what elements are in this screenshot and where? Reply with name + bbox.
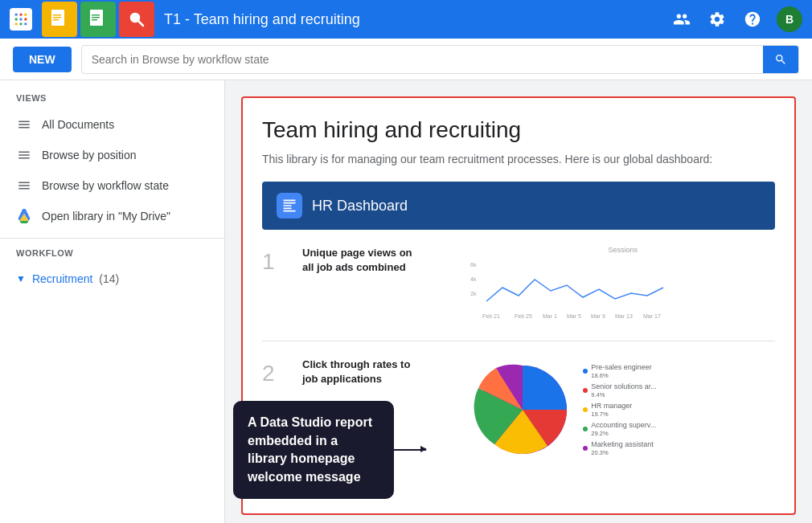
list-icon-2 [16, 148, 32, 162]
svg-text:Mar 13: Mar 13 [615, 313, 633, 319]
svg-point-0 [15, 14, 18, 16]
doc-icon-1 [42, 2, 77, 37]
svg-rect-14 [92, 14, 100, 16]
legend-dot-5 [583, 446, 588, 451]
sidebar: Views All Documents Browse by position [0, 80, 225, 523]
svg-text:6k: 6k [470, 262, 477, 268]
settings-icon[interactable] [706, 8, 728, 31]
sidebar-item-browse-position[interactable]: Browse by position [0, 140, 224, 170]
svg-point-7 [19, 22, 22, 25]
tooltip-text: A Data Studio report embedded in a libra… [248, 415, 372, 483]
legend-item-2: Senior solutions ar...9.4% [583, 382, 657, 398]
svg-rect-11 [53, 17, 61, 18]
svg-text:Mar 17: Mar 17 [643, 313, 661, 319]
svg-point-5 [24, 18, 27, 20]
legend-dot-3 [583, 407, 588, 412]
search-button[interactable] [763, 45, 798, 74]
people-icon[interactable] [671, 8, 693, 31]
recruitment-count: (14) [99, 272, 119, 285]
chart1-legend: Sessions [470, 246, 775, 254]
list-icon [16, 117, 32, 132]
browse-position-label: Browse by position [42, 149, 137, 161]
legend-label-5: Marketing assistant20.3% [591, 440, 654, 456]
app-logo[interactable] [10, 8, 32, 31]
legend-dot-1 [583, 369, 588, 374]
views-label: Views [0, 93, 224, 109]
doc-icon-3 [119, 2, 154, 37]
open-drive-label: Open library in "My Drive" [42, 210, 170, 223]
legend-item-3: HR manager19.7% [583, 402, 657, 418]
svg-point-3 [15, 18, 18, 20]
hr-dashboard-banner[interactable]: HR Dashboard [262, 182, 775, 230]
svg-rect-15 [92, 17, 100, 18]
svg-text:4k: 4k [470, 276, 477, 282]
hr-dashboard-title: HR Dashboard [312, 198, 408, 215]
search-input-wrap [81, 45, 799, 74]
tooltip-arrow [394, 449, 426, 451]
tooltip-overlay: A Data Studio report embedded in a libra… [233, 401, 394, 499]
pie-legend: Pre-sales engineer18.6% Senior solutions… [583, 363, 657, 456]
chart1-info: Unique page views on all job ads combine… [302, 246, 454, 325]
content-area: Team hiring and recruiting This library … [225, 80, 812, 523]
help-icon[interactable] [741, 8, 764, 31]
legend-dot-4 [583, 427, 588, 431]
topbar-actions: B [671, 6, 802, 32]
workflow-recruitment[interactable]: ▼ Recruitment (14) [0, 264, 224, 293]
all-documents-label: All Documents [42, 118, 114, 131]
pie-chart [470, 358, 575, 462]
svg-point-8 [24, 22, 27, 25]
browse-workflow-label: Browse by workflow state [42, 179, 169, 192]
search-input[interactable] [82, 53, 763, 66]
chart-section-1: 1 Unique page views on all job ads combi… [262, 246, 775, 341]
legend-dot-2 [583, 388, 588, 393]
recruitment-label: Recruitment [32, 272, 92, 285]
chart1-label: Unique page views on all job ads combine… [302, 246, 415, 275]
chevron-down-icon: ▼ [16, 273, 26, 284]
workflow-label: Workflow [0, 238, 224, 264]
hr-icon [277, 193, 302, 219]
svg-point-1 [19, 14, 22, 16]
svg-rect-12 [53, 19, 59, 21]
topbar: T1 - Team hiring and recruiting B [0, 0, 812, 39]
svg-point-4 [19, 18, 22, 20]
svg-rect-10 [53, 14, 61, 16]
searchbar: NEW [0, 39, 812, 80]
legend-label-3: HR manager19.7% [591, 402, 632, 418]
svg-text:Mar 1: Mar 1 [543, 313, 557, 319]
svg-line-19 [138, 21, 143, 26]
new-button[interactable]: NEW [13, 47, 72, 72]
chart2-label: Click through rates to job applications [302, 358, 415, 386]
svg-text:Feb 25: Feb 25 [515, 313, 532, 319]
page-title: Team hiring and recruiting [262, 117, 775, 143]
svg-text:Mar 9: Mar 9 [591, 313, 605, 319]
svg-text:Feb 21: Feb 21 [482, 313, 500, 319]
svg-point-2 [24, 14, 27, 16]
main-layout: Views All Documents Browse by position [0, 80, 812, 523]
list-icon-3 [16, 178, 32, 193]
drive-icon [16, 209, 32, 223]
svg-point-6 [15, 22, 18, 25]
legend-item-1: Pre-sales engineer18.6% [583, 363, 657, 379]
app-title: T1 - Team hiring and recruiting [164, 11, 661, 28]
line-chart: 6k 4k 2k Feb 21 Feb 25 Mar 1 Mar 5 Mar 9… [470, 257, 679, 321]
legend-item-5: Marketing assistant20.3% [583, 440, 657, 456]
svg-text:Mar 5: Mar 5 [567, 313, 581, 319]
chart2-visual: Pre-sales engineer18.6% Senior solutions… [470, 358, 775, 462]
legend-label-2: Senior solutions ar...9.4% [591, 382, 657, 398]
sidebar-item-open-drive[interactable]: Open library in "My Drive" [0, 201, 224, 231]
page-desc: This library is for managing our team re… [262, 153, 775, 165]
user-avatar[interactable]: B [777, 6, 802, 32]
svg-text:2k: 2k [470, 291, 477, 296]
legend-label-1: Pre-sales engineer18.6% [591, 363, 652, 379]
chart1-number: 1 [262, 246, 286, 325]
svg-rect-16 [92, 19, 97, 21]
legend-item-4: Accounting superv...29.2% [583, 421, 657, 437]
chart1-visual: Sessions 6k 4k 2k Feb 21 Feb 25 Mar 1 Ma… [470, 246, 775, 325]
app-icons [42, 2, 154, 37]
sidebar-item-all-documents[interactable]: All Documents [0, 109, 224, 140]
legend-label-4: Accounting superv...29.2% [591, 421, 656, 437]
sidebar-item-browse-workflow[interactable]: Browse by workflow state [0, 170, 224, 201]
doc-icon-2 [80, 2, 116, 37]
